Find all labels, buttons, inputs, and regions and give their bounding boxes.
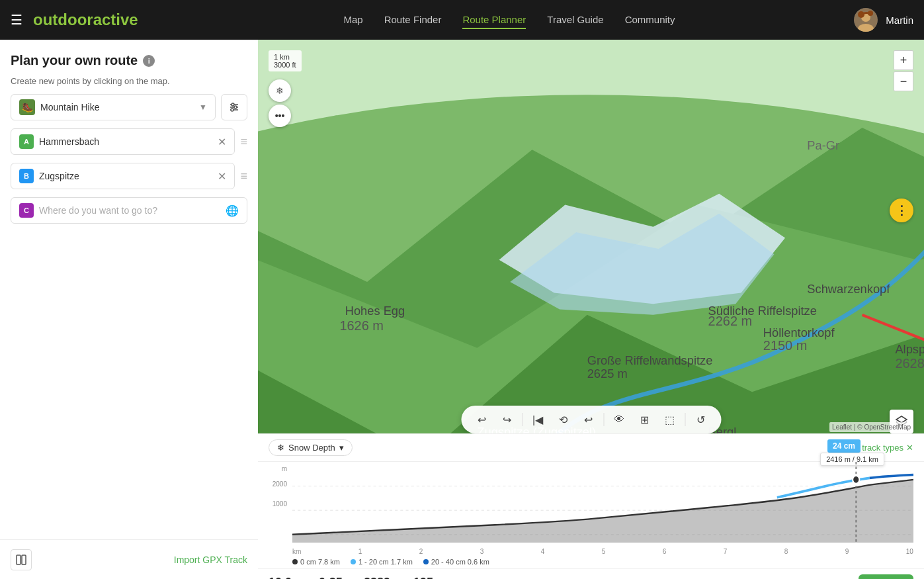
nav-route-planner[interactable]: Route Planner (462, 11, 526, 29)
scale-label-1: 1 km (274, 53, 296, 61)
toolbar-start[interactable]: |◀ (528, 410, 548, 429)
svg-point-9 (234, 106, 237, 109)
x-label-10: 10 (906, 548, 913, 555)
svg-text:Höllentorkopf: Höllentorkopf (763, 326, 835, 339)
sidebar-subtitle: Create new points by clicking on the map… (11, 76, 247, 86)
toolbar-select[interactable]: ⬚ (659, 410, 679, 429)
toolbar-back[interactable]: ↩ (578, 410, 598, 429)
chevron-down-icon: ▾ (339, 443, 344, 453)
toolbar-reset[interactable]: ↺ (691, 410, 710, 429)
toolbar-sep-3 (685, 413, 685, 426)
zoom-in-button[interactable]: + (894, 50, 913, 70)
svg-text:2625 m: 2625 m (587, 367, 628, 380)
svg-text:2262 m: 2262 m (708, 314, 753, 328)
menu-icon[interactable]: ☰ (11, 12, 22, 28)
duration-value: 6:35 (319, 576, 343, 579)
main-nav: Map Route Finder Route Planner Travel Gu… (170, 11, 849, 29)
legend-label-0cm: 0 cm 7.8 km (300, 558, 340, 566)
waypoint-a-value: Hammersbach (39, 136, 212, 147)
route-options-button[interactable]: ⋮ (890, 199, 913, 222)
x-label-2: 2 (419, 548, 423, 555)
filter-button[interactable] (221, 94, 247, 120)
legend-dot-1-20cm (351, 559, 356, 564)
snow-tool-snowflake[interactable]: ❄ (269, 79, 291, 102)
header: ☰ outdooractive Map Route Finder Route P… (0, 0, 924, 40)
chevron-down-icon: ▼ (199, 103, 207, 112)
logo[interactable]: outdooractive (33, 11, 138, 29)
x-label-5: 5 (602, 548, 606, 555)
map-area[interactable]: Eibsee Pa-Gr Hamm...ach Schwarzenkopf Sü… (258, 40, 924, 579)
waypoint-row-b: B Zugspitze ✕ ≡ (11, 163, 247, 189)
svg-point-10 (231, 109, 233, 111)
x-label-7: 7 (724, 548, 728, 555)
zoom-out-button[interactable]: − (894, 71, 913, 91)
type-label: Mountain Hike (40, 102, 194, 112)
waypoint-input-c[interactable]: C Where do you want to go to? 🌐 (11, 197, 247, 224)
scale-label-2: 3000 ft (274, 61, 296, 69)
legend-item-20-40cm: 20 - 40 cm 0.6 km (423, 558, 489, 566)
toolbar-grid[interactable]: ⊞ (634, 410, 654, 429)
nav-map[interactable]: Map (344, 11, 363, 29)
user-name[interactable]: Martin (886, 15, 913, 26)
legend-label-20-40cm: 20 - 40 cm 0.6 km (431, 558, 489, 566)
x-label-1: 1 (358, 548, 362, 555)
snow-tool-more[interactable]: ••• (269, 105, 291, 127)
legend-item-1-20cm: 1 - 20 cm 1.7 km (351, 558, 413, 566)
sidebar: Plan your own route i Create new points … (0, 40, 258, 579)
nav-travel-guide[interactable]: Travel Guide (547, 11, 603, 29)
waypoint-b-drag[interactable]: ≡ (240, 169, 247, 183)
waypoint-c-placeholder: Where do you want to go to? (39, 205, 220, 216)
toolbar-redo[interactable]: ↪ (497, 410, 517, 429)
zoom-controls: + − (894, 50, 913, 91)
toolbar-reverse[interactable]: ⟲ (553, 410, 573, 429)
type-selector[interactable]: 🥾 Mountain Hike ▼ (11, 94, 216, 120)
x-label-4: 4 (541, 548, 545, 555)
ascent-value: 2389 (364, 576, 390, 579)
chart-legend: 0 cm 7.8 km 1 - 20 cm 1.7 km 20 - 40 cm … (258, 558, 924, 568)
legend-dot-20-40cm (423, 559, 429, 564)
svg-text:Alpspitze: Alpspitze (895, 342, 924, 356)
toolbar-undo[interactable]: ↩ (472, 410, 491, 429)
scale-bar: 1 km 3000 ft (269, 50, 302, 71)
y-label-1000: 1000 (258, 500, 290, 508)
legend-label-1-20cm: 1 - 20 cm 1.7 km (358, 558, 413, 566)
svg-point-67 (853, 476, 859, 484)
nav-route-finder[interactable]: Route Finder (384, 11, 442, 29)
x-label-3: 3 (480, 548, 484, 555)
save-button[interactable]: Save (859, 574, 913, 579)
waypoint-a-clear[interactable]: ✕ (218, 136, 226, 148)
svg-text:2150 m: 2150 m (763, 338, 808, 353)
svg-text:1626 m: 1626 m (339, 318, 384, 333)
waypoint-input-a[interactable]: A Hammersbach ✕ (11, 128, 235, 155)
nav-community[interactable]: Community (625, 11, 675, 29)
elevation-stats: 10.0 km Distance 6:35 h Duration (258, 568, 924, 579)
type-selector-row: 🥾 Mountain Hike ▼ (11, 94, 247, 120)
toolbar-view[interactable]: 👁 (609, 410, 629, 429)
waypoint-badge-a: A (19, 134, 34, 149)
waypoint-a-drag[interactable]: ≡ (240, 135, 247, 149)
svg-rect-11 (17, 555, 21, 564)
close-icon[interactable]: ✕ (906, 443, 913, 453)
svg-text:Pa-Gr: Pa-Gr (807, 138, 839, 152)
avatar[interactable] (854, 8, 878, 32)
x-axis-labels: km 1 2 3 4 5 6 7 8 9 10 (258, 548, 924, 558)
info-icon[interactable]: i (143, 55, 155, 67)
snow-depth-selector[interactable]: ❄ Snow Depth ▾ (269, 439, 353, 456)
map-canvas[interactable]: Eibsee Pa-Gr Hamm...ach Schwarzenkopf Sü… (258, 40, 924, 579)
import-gpx-link[interactable]: Import GPX Track (174, 555, 247, 565)
svg-text:2628 m: 2628 m (895, 356, 924, 371)
sidebar-toggle-button[interactable] (11, 549, 32, 570)
svg-text:Hohes Egg: Hohes Egg (345, 304, 405, 318)
waypoint-b-clear[interactable]: ✕ (218, 170, 226, 183)
stat-distance: 10.0 km Distance (269, 576, 303, 579)
elevation-chart[interactable]: m 2000 1000 (258, 462, 924, 548)
y-label-2000: 2000 (258, 480, 290, 488)
legend-item-0cm: 0 cm 7.8 km (292, 558, 340, 566)
toolbar-sep-2 (603, 413, 604, 426)
stat-ascent: 2389 m Ascent (364, 576, 398, 579)
globe-icon[interactable]: 🌐 (226, 204, 239, 217)
header-right: Martin (854, 8, 913, 32)
sidebar-bottom-bar: Import GPX Track (0, 539, 258, 579)
waypoint-input-b[interactable]: B Zugspitze ✕ (11, 163, 235, 189)
snow-tools: ❄ ••• (269, 79, 291, 127)
